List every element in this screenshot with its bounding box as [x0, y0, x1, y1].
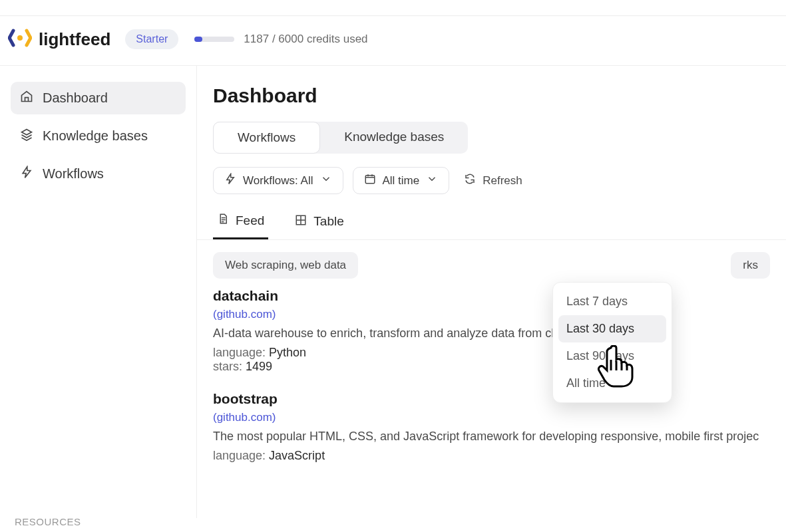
feed-item-meta: language: JavaScript: [213, 449, 770, 463]
brand-name: lightfeed: [39, 29, 110, 50]
credits-text: 1187 / 6000 credits used: [244, 33, 367, 46]
subtab-feed-label: Feed: [236, 213, 264, 228]
document-icon: [217, 213, 229, 228]
sidebar-item-dashboard[interactable]: Dashboard: [11, 82, 186, 114]
meta-lang-label: language:: [213, 449, 266, 462]
feed-item[interactable]: datachain (github.com) AI-data warehouse…: [213, 288, 770, 374]
tag-row: Web scraping, web data rks: [197, 240, 786, 279]
tag-chip[interactable]: Web scraping, web data: [213, 252, 358, 279]
meta-lang-value: Python: [269, 346, 306, 359]
brand-logo[interactable]: lightfeed: [8, 28, 110, 51]
subtab-table[interactable]: Table: [291, 206, 347, 239]
top-bar: [0, 0, 786, 16]
page-title: Dashboard: [197, 84, 786, 107]
subtab-feed[interactable]: Feed: [213, 206, 268, 239]
credits-meter: 1187 / 6000 credits used: [194, 33, 367, 46]
chevron-down-icon: [426, 173, 438, 188]
sidebar-item-knowledge-bases[interactable]: Knowledge bases: [11, 120, 186, 152]
bolt-icon: [224, 173, 236, 188]
feed-item-source[interactable]: (github.com): [213, 411, 770, 424]
app-header: lightfeed Starter 1187 / 6000 credits us…: [0, 16, 786, 66]
bolt-icon: [20, 166, 33, 182]
chevron-down-icon: [320, 173, 332, 188]
home-icon: [20, 90, 33, 106]
subtab-table-label: Table: [313, 214, 343, 229]
logo-icon: [8, 28, 32, 51]
dropdown-item-last-7-days[interactable]: Last 7 days: [558, 288, 666, 315]
feed-item-meta: language: Python: [213, 346, 770, 360]
grid-icon: [295, 214, 307, 229]
workflows-filter[interactable]: Workflows: All: [213, 167, 343, 194]
content-area: Dashboard Workflows Knowledge bases Work…: [197, 66, 786, 518]
tab-knowledge-bases[interactable]: Knowledge bases: [320, 122, 468, 154]
dropdown-item-all-time[interactable]: All time: [558, 370, 666, 397]
segmented-tabs: Workflows Knowledge bases: [213, 122, 468, 154]
sidebar-item-label: Knowledge bases: [43, 128, 148, 144]
tag-chip[interactable]: rks: [731, 252, 770, 279]
credits-bar: [194, 37, 234, 42]
sidebar-item-label: Dashboard: [43, 90, 108, 106]
sidebar-resources-heading: RESOURCES: [11, 516, 186, 527]
tab-workflows[interactable]: Workflows: [213, 122, 320, 154]
meta-stars-value: 1499: [246, 360, 272, 373]
svg-rect-1: [365, 176, 375, 184]
feed-list: datachain (github.com) AI-data warehouse…: [197, 279, 786, 463]
svg-point-0: [17, 35, 23, 41]
calendar-icon: [364, 173, 376, 188]
time-filter-label: All time: [383, 174, 420, 188]
feed-item-title: bootstrap: [213, 391, 770, 407]
feed-item-description: The most popular HTML, CSS, and JavaScri…: [213, 430, 770, 444]
feed-item[interactable]: bootstrap (github.com) The most popular …: [213, 391, 770, 463]
plan-badge[interactable]: Starter: [125, 29, 178, 49]
time-filter[interactable]: All time: [353, 167, 450, 194]
dropdown-item-last-90-days[interactable]: Last 90 days: [558, 342, 666, 370]
workflows-filter-label: Workflows: All: [243, 174, 313, 188]
meta-lang-value: JavaScript: [269, 449, 325, 462]
feed-item-source[interactable]: (github.com): [213, 308, 770, 321]
sidebar-item-workflows[interactable]: Workflows: [11, 158, 186, 190]
meta-lang-label: language:: [213, 346, 266, 359]
dropdown-item-last-30-days[interactable]: Last 30 days: [558, 315, 666, 342]
refresh-label: Refresh: [483, 174, 522, 188]
meta-stars-label: stars:: [213, 360, 242, 373]
refresh-button[interactable]: Refresh: [464, 173, 522, 188]
stack-icon: [20, 128, 33, 144]
filter-bar: Workflows: All All time Refresh: [197, 167, 786, 194]
feed-item-description: AI-data warehouse to enrich, transform a…: [213, 327, 770, 340]
feed-item-meta: stars: 1499: [213, 360, 770, 374]
refresh-icon: [464, 173, 476, 188]
sidebar: Dashboard Knowledge bases Workflows RESO…: [0, 66, 197, 518]
feed-item-title: datachain: [213, 288, 770, 304]
sidebar-item-label: Workflows: [43, 166, 104, 182]
time-dropdown: Last 7 days Last 30 days Last 90 days Al…: [552, 282, 672, 403]
sub-tabs: Feed Table: [197, 206, 786, 240]
credits-fill: [194, 37, 202, 42]
